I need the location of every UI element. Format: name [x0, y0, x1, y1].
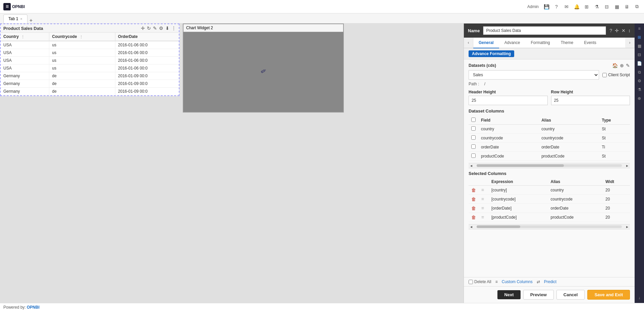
- datasets-add-icon[interactable]: ⊕: [620, 63, 624, 68]
- more-icon[interactable]: ⋮: [171, 26, 176, 31]
- hscroll2-right[interactable]: ►: [625, 225, 630, 229]
- filter-icon[interactable]: ⊞: [583, 3, 590, 10]
- sel-delete-icon[interactable]: 🗑: [471, 187, 476, 193]
- custom-columns-label[interactable]: Custom Columns: [502, 279, 533, 284]
- sel-drag-handle[interactable]: =: [481, 196, 484, 202]
- client-script-checkbox[interactable]: [602, 73, 607, 77]
- move-icon[interactable]: ✛: [141, 26, 145, 31]
- table-cell: Germany: [1, 72, 49, 80]
- sel-delete-icon[interactable]: 🗑: [471, 196, 476, 202]
- preview-button[interactable]: Preview: [523, 290, 554, 300]
- sel-drag-handle[interactable]: =: [481, 215, 484, 220]
- hscroll2-thumb: [477, 225, 520, 228]
- table-cell: 2016-01-06 00:0: [115, 49, 179, 57]
- col-check-all[interactable]: [471, 118, 476, 122]
- datasets-edit-icon[interactable]: ✎: [626, 63, 630, 68]
- settings2-icon[interactable]: ⚙: [159, 26, 163, 31]
- header-height-input[interactable]: [469, 96, 548, 105]
- sidebar-icon-table[interactable]: ⊟: [635, 51, 643, 58]
- mail-icon[interactable]: ✉: [563, 3, 570, 10]
- sidebar-icon-arrow[interactable]: ↓: [635, 294, 643, 302]
- help-icon[interactable]: ?: [553, 3, 560, 10]
- datasets-icons: 🏠 ⊕ ✎: [612, 63, 630, 68]
- panel-close-icon[interactable]: ✕: [622, 28, 626, 33]
- tabbar: Tab 1 × +: [0, 13, 644, 24]
- cancel-button[interactable]: Cancel: [556, 290, 585, 300]
- save-exit-button[interactable]: Save and Exit: [587, 290, 630, 300]
- tab-general[interactable]: General: [473, 38, 499, 48]
- selected-cols-title: Selected Columns: [469, 171, 506, 176]
- sel-width: 20: [603, 195, 630, 204]
- tab-add-button[interactable]: +: [30, 18, 33, 23]
- sel-drag-handle[interactable]: =: [481, 187, 484, 193]
- tab-1[interactable]: Tab 1 ×: [3, 14, 28, 23]
- col-alias: country: [539, 125, 599, 134]
- header-height-label: Header Height: [469, 90, 548, 94]
- tab-theme[interactable]: Theme: [555, 38, 579, 48]
- sidebar-icon-layers[interactable]: ⧉: [635, 69, 643, 76]
- hscroll-right[interactable]: ►: [625, 164, 630, 168]
- tab-formatting[interactable]: Formatting: [525, 38, 555, 48]
- save-icon[interactable]: 💾: [543, 3, 550, 10]
- sidebar-icon-chart[interactable]: ⊞: [635, 34, 643, 41]
- tab-1-close[interactable]: ×: [20, 17, 22, 21]
- col-handle-country[interactable]: ⋮: [21, 35, 24, 39]
- download-icon[interactable]: ⬇: [165, 26, 169, 31]
- sidebar-icon-plus[interactable]: ⊕: [635, 95, 643, 102]
- col-checkbox[interactable]: [471, 144, 476, 149]
- col-checkbox[interactable]: [471, 135, 476, 140]
- tab-advance[interactable]: Advance: [499, 38, 526, 48]
- table-cell: 2016-01-09 00:0: [115, 72, 179, 80]
- table-cell: Germany: [1, 80, 49, 88]
- col-checkbox[interactable]: [471, 126, 476, 131]
- col-row: orderDate orderDate Ti: [469, 143, 630, 152]
- col-alias: orderDate: [539, 143, 599, 152]
- sel-delete-icon[interactable]: 🗑: [471, 206, 476, 211]
- logo: ☰ OPNBI: [3, 3, 25, 10]
- copy-icon[interactable]: ⧉: [633, 3, 641, 10]
- edit-icon[interactable]: ✎: [153, 26, 157, 31]
- widget-toolbar: ✛ ↻ ✎ ⚙ ⬇ ⋮: [141, 26, 176, 31]
- delete-all-checkbox[interactable]: [469, 280, 473, 284]
- tab-events[interactable]: Events: [579, 38, 602, 48]
- hscroll-left[interactable]: ◄: [469, 164, 474, 168]
- panel-name-input[interactable]: [483, 26, 606, 35]
- sidebar-icon-tools2[interactable]: ⚗: [635, 86, 643, 93]
- predict-label[interactable]: Predict: [544, 279, 556, 284]
- funnel-icon[interactable]: ⚗: [593, 3, 600, 10]
- panel-tab-prev[interactable]: ‹: [464, 38, 473, 48]
- table-cell: 2016-01-06 00:0: [115, 57, 179, 64]
- next-button[interactable]: Next: [497, 290, 520, 299]
- col-field: country: [478, 125, 539, 134]
- sidebar-icon-gear[interactable]: ⚙: [635, 77, 643, 85]
- sidebar-icon-file[interactable]: 📄: [635, 60, 643, 67]
- advance-formatting-badge[interactable]: Advance Formatting: [469, 50, 514, 57]
- datasets-home-icon[interactable]: 🏠: [612, 63, 618, 68]
- panel-help-icon[interactable]: ?: [609, 28, 612, 33]
- hscroll2-left[interactable]: ◄: [469, 225, 474, 229]
- col-handle-countrycode[interactable]: ⋮: [79, 35, 83, 39]
- sel-drag-handle[interactable]: =: [481, 206, 484, 211]
- right-panel: Name ? ✛ ✕ ↕ ‹ General Advance Formattin…: [464, 24, 635, 303]
- row-height-input[interactable]: [551, 96, 630, 105]
- table-icon[interactable]: ⊟: [603, 3, 610, 10]
- powered-link[interactable]: OPNBI: [27, 305, 40, 310]
- hscroll2-track[interactable]: [477, 225, 622, 228]
- chart-icon[interactable]: ▦: [613, 3, 621, 10]
- table-cell: USA: [1, 64, 49, 72]
- sel-delete-icon[interactable]: 🗑: [471, 215, 476, 220]
- panel-expand-icon[interactable]: ↕: [628, 28, 631, 33]
- col-checkbox[interactable]: [471, 153, 476, 158]
- sidebar-icon-grid[interactable]: ▦: [635, 42, 643, 50]
- sel-alias: country: [548, 186, 603, 195]
- panel-tab-next[interactable]: ›: [625, 38, 635, 48]
- panel-move2-icon[interactable]: ✛: [615, 28, 619, 33]
- table-cell: 2016-01-06 00:0: [115, 41, 179, 49]
- hscroll-track[interactable]: [477, 164, 622, 167]
- monitor-icon[interactable]: 🖥: [623, 3, 631, 10]
- sidebar-icon-settings[interactable]: ≡: [635, 25, 643, 32]
- dataset-select[interactable]: Sales: [469, 70, 599, 80]
- refresh-icon[interactable]: ↻: [147, 26, 151, 31]
- bell-icon[interactable]: 🔔: [573, 3, 580, 10]
- col-type: St: [599, 125, 630, 134]
